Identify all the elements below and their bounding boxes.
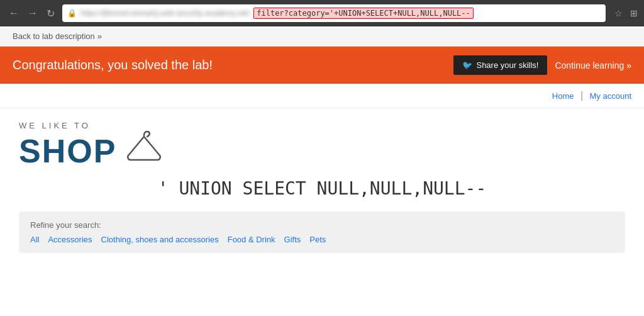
lock-icon: 🔒	[67, 9, 77, 18]
continue-chevrons: »	[626, 60, 631, 71]
shop-name: SHOP	[19, 132, 116, 170]
continue-label: Continue learning	[555, 60, 624, 71]
congrats-banner: Congratulations, you solved the lab! 🐦 S…	[0, 47, 644, 84]
browser-chrome: ← → ↻ 🔒 https://[blurred-domain].web-sec…	[0, 0, 644, 26]
category-link[interactable]: All	[30, 235, 39, 244]
extension-icon[interactable]: ⊞	[630, 8, 638, 18]
home-link[interactable]: Home	[552, 91, 574, 101]
category-link[interactable]: Pets	[309, 235, 326, 244]
refine-label: Refine your search:	[30, 220, 614, 230]
back-button[interactable]: ←	[6, 6, 21, 20]
sql-result: ' UNION SELECT NULL,NULL,NULL--	[19, 178, 625, 199]
shop-logo: WE LIKE TO SHOP	[19, 121, 625, 172]
continue-learning-link[interactable]: Continue learning »	[555, 60, 631, 71]
hanger-icon	[125, 130, 163, 172]
page-content: Back to lab description » Congratulation…	[0, 26, 644, 272]
address-bar[interactable]: 🔒 https://[blurred-domain].web-security-…	[62, 4, 606, 22]
category-link[interactable]: Clothing, shoes and accessories	[101, 235, 219, 244]
nav-buttons: ← → ↻	[6, 6, 57, 21]
twitter-icon: 🐦	[462, 60, 472, 70]
category-link[interactable]: Gifts	[284, 235, 301, 244]
site-nav: Home | My account	[0, 84, 644, 108]
forward-button[interactable]: →	[25, 6, 40, 20]
category-link[interactable]: Food & Drink	[228, 235, 275, 244]
refine-section: Refine your search: AllAccessoriesClothi…	[19, 212, 625, 253]
back-chevrons: »	[97, 31, 102, 41]
back-to-lab-label: Back to lab description	[13, 31, 95, 41]
category-links: AllAccessoriesClothing, shoes and access…	[30, 235, 614, 244]
share-button[interactable]: 🐦 Share your skills!	[453, 55, 547, 75]
shop-area: WE LIKE TO SHOP ' UNION SELECT NULL,NULL…	[0, 108, 644, 272]
address-blurred: https://[blurred-domain].web-security-ac…	[80, 9, 250, 18]
share-label: Share your skills!	[476, 60, 538, 70]
my-account-link[interactable]: My account	[590, 91, 631, 101]
shop-logo-row: SHOP	[19, 130, 625, 172]
banner-actions: 🐦 Share your skills! Continue learning »	[453, 55, 631, 75]
nav-separator: |	[580, 90, 583, 101]
category-link[interactable]: Accessories	[48, 235, 92, 244]
refresh-button[interactable]: ↻	[44, 6, 57, 21]
back-bar: Back to lab description »	[0, 26, 644, 47]
shop-tagline: WE LIKE TO	[19, 121, 625, 130]
congrats-text: Congratulations, you solved the lab!	[13, 58, 213, 72]
back-to-lab-link[interactable]: Back to lab description »	[13, 31, 102, 41]
bookmark-icon[interactable]: ☆	[614, 8, 623, 18]
address-highlight: filter?category='+UNION+SELECT+NULL,NULL…	[253, 8, 474, 19]
